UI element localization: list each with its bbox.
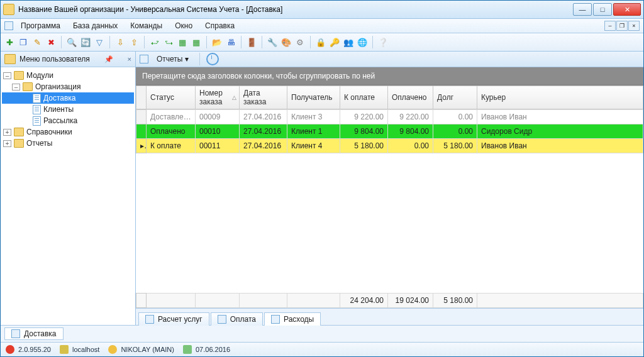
document-icon <box>33 94 41 103</box>
doc-icon <box>11 329 20 338</box>
mdi-minimize-button[interactable]: – <box>604 21 616 31</box>
tree-node-clients[interactable]: Клиенты <box>2 104 134 115</box>
mdi-close-button[interactable]: × <box>628 21 640 31</box>
reports-dropdown[interactable]: Отчеты▾ <box>152 53 193 65</box>
total-to-pay: 24 204.00 <box>340 294 388 308</box>
tab-expenses[interactable]: Расходы <box>264 312 321 326</box>
main-toolbar: ✚ ❐ ✎ ✖ 🔍 🔄 ▽ ⇩ ⇧ ⮐ ⮑ ▦ ▦ 📂 🖶 🚪 🔧 🎨 ⚙ 🔒 … <box>1 33 643 52</box>
table-row[interactable]: ▸К оплате0001127.04.2016Клиент 45 180.00… <box>136 139 643 153</box>
table-row[interactable]: Доставлено0000927.04.2016Клиент 39 220.0… <box>136 110 643 124</box>
doc-icon <box>271 315 280 324</box>
chevron-down-icon: ▾ <box>185 55 189 63</box>
app-window: Название Вашей организации - Универсальн… <box>0 0 644 357</box>
folder-icon <box>14 71 24 80</box>
tree-node-modules[interactable]: –Модули <box>2 70 134 81</box>
server-icon <box>60 345 69 354</box>
maximize-button[interactable]: □ <box>593 3 612 16</box>
clock-icon[interactable] <box>206 53 219 65</box>
palette-icon[interactable]: 🎨 <box>280 36 292 48</box>
doc-icon[interactable] <box>140 55 148 63</box>
status-version: 2.0.955.20 <box>18 346 51 353</box>
sidebar-header: Меню пользователя 📌 × <box>1 52 135 67</box>
tab-payment[interactable]: Оплата <box>211 312 263 326</box>
doc-icon <box>218 315 226 324</box>
delete-icon[interactable]: ✖ <box>45 36 57 48</box>
menu-program[interactable]: Программа <box>16 20 65 31</box>
mdi-restore-button[interactable]: ❐ <box>616 21 628 31</box>
row-selector-header <box>136 86 147 109</box>
menu-help[interactable]: Справка <box>200 20 240 31</box>
edit-icon[interactable]: ✎ <box>31 36 43 48</box>
search-icon[interactable]: 🔍 <box>65 36 78 48</box>
sort-asc-icon: △ <box>232 94 236 101</box>
pin-icon[interactable]: 📌 <box>104 55 113 63</box>
col-recipient[interactable]: Получатель <box>287 86 340 109</box>
close-panel-icon[interactable]: × <box>128 55 131 63</box>
col-courier[interactable]: Курьер <box>477 86 643 109</box>
excel-in-icon[interactable]: ⮐ <box>148 36 161 48</box>
folder-open-icon[interactable]: 📂 <box>211 36 223 48</box>
nav-tree: –Модули –Организация Доставка Клиенты Ра… <box>1 67 135 325</box>
col-order-no[interactable]: Номер заказа△ <box>196 86 240 109</box>
menu-database[interactable]: База данных <box>68 20 123 31</box>
doc-icon <box>145 315 154 324</box>
copy-icon[interactable]: ❐ <box>17 36 30 48</box>
total-debt: 5 180.00 <box>433 294 477 308</box>
minimize-button[interactable]: — <box>573 3 592 16</box>
data-grid: Статус Номер заказа△ Дата заказа Получат… <box>136 85 643 308</box>
menubar: Программа База данных Команды Окно Справ… <box>1 19 643 33</box>
excel-icon[interactable]: ▦ <box>176 36 189 48</box>
titlebar: Название Вашей организации - Универсальн… <box>1 1 643 19</box>
status-dot-icon <box>6 345 14 354</box>
sidebar: Меню пользователя 📌 × –Модули –Организац… <box>1 52 136 325</box>
grid-header: Статус Номер заказа△ Дата заказа Получат… <box>136 85 643 109</box>
gear-icon[interactable]: ⚙ <box>294 36 306 48</box>
print-icon[interactable]: 🖶 <box>225 36 237 48</box>
tab-services[interactable]: Расчет услуг <box>138 312 209 326</box>
help-icon[interactable]: ❔ <box>377 36 389 48</box>
total-paid: 19 024.00 <box>388 294 433 308</box>
import-icon[interactable]: ⇩ <box>114 36 126 48</box>
tree-node-directories[interactable]: +Справочники <box>2 126 134 138</box>
export-icon[interactable]: ⇧ <box>128 36 140 48</box>
exit-door-icon[interactable]: 🚪 <box>245 36 258 48</box>
add-icon[interactable]: ✚ <box>3 36 16 48</box>
globe-icon[interactable]: 🌐 <box>356 36 369 48</box>
menu-window[interactable]: Окно <box>170 20 197 31</box>
folder-icon <box>14 128 24 136</box>
sidebar-title: Меню пользователя <box>19 55 90 63</box>
close-button[interactable]: ✕ <box>613 3 641 16</box>
tree-node-reports[interactable]: +Отчеты <box>2 138 134 149</box>
col-paid[interactable]: Оплачено <box>388 86 433 109</box>
menu-icon[interactable] <box>4 21 13 30</box>
tree-node-organization[interactable]: –Организация <box>2 81 134 92</box>
refresh-icon[interactable]: 🔄 <box>79 36 92 48</box>
window-tabs: Доставка <box>1 325 643 342</box>
filter-icon[interactable]: ▽ <box>93 36 106 48</box>
col-to-pay[interactable]: К оплате <box>340 86 388 109</box>
status-host: localhost <box>72 346 99 353</box>
window-title: Название Вашей организации - Универсальн… <box>18 5 573 14</box>
document-icon <box>33 105 41 114</box>
window-tab-delivery[interactable]: Доставка <box>4 327 64 340</box>
menu-teams[interactable]: Команды <box>125 20 167 31</box>
row-indicator <box>136 124 147 139</box>
table-row[interactable]: Оплачено0001027.04.2016Клиент 19 804.009… <box>136 124 643 139</box>
sub-toolbar: Отчеты▾ <box>136 52 643 67</box>
col-order-date[interactable]: Дата заказа <box>240 86 287 109</box>
users-icon[interactable]: 👥 <box>342 36 355 48</box>
folder-icon <box>4 54 16 64</box>
row-indicator <box>136 110 147 124</box>
folder-icon <box>23 82 33 91</box>
detail-tabs: Расчет услуг Оплата Расходы <box>136 308 643 325</box>
lock-icon[interactable]: 🔒 <box>314 36 327 48</box>
excel-out-icon[interactable]: ⮑ <box>162 36 175 48</box>
tree-node-mailing[interactable]: Рассылка <box>2 115 134 126</box>
col-debt[interactable]: Долг <box>433 86 477 109</box>
tree-node-delivery[interactable]: Доставка <box>2 92 134 104</box>
excel-settings-icon[interactable]: ▦ <box>190 36 203 48</box>
col-status[interactable]: Статус <box>147 86 196 109</box>
key-icon[interactable]: 🔑 <box>328 36 341 48</box>
group-by-area[interactable]: Перетащите сюда заголовок колонки, чтобы… <box>136 67 643 85</box>
wrench-icon[interactable]: 🔧 <box>266 36 279 48</box>
